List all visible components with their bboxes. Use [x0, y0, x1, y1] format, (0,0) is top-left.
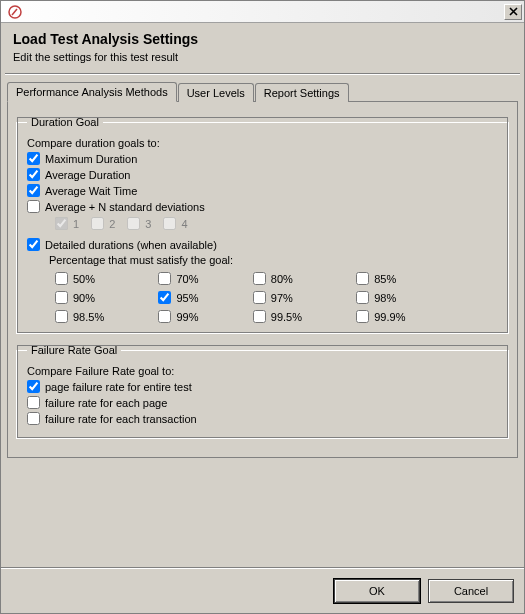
checkbox-98pct[interactable] [356, 291, 369, 304]
label-max-duration: Maximum Duration [45, 153, 137, 165]
checkbox-995pct[interactable] [253, 310, 266, 323]
dialog-title: Load Test Analysis Settings [13, 31, 512, 47]
tab-row: Performance Analysis Methods User Levels… [7, 82, 518, 102]
checkbox-failure-entire[interactable] [27, 380, 40, 393]
close-button[interactable] [504, 4, 522, 20]
failure-compare-label: Compare Failure Rate goal to: [27, 365, 498, 377]
percentage-grid: 50% 70% 80% 85% 90% 95% 97% 98% 98.5% 99… [27, 272, 498, 323]
checkbox-999pct[interactable] [356, 310, 369, 323]
label-failure-entire: page failure rate for entire test [45, 381, 192, 393]
checkbox-detailed-durations[interactable] [27, 238, 40, 251]
checkbox-avg-wait[interactable] [27, 184, 40, 197]
checkbox-max-duration[interactable] [27, 152, 40, 165]
checkbox-95pct[interactable] [158, 291, 171, 304]
tab-report-settings[interactable]: Report Settings [255, 83, 349, 102]
checkbox-80pct[interactable] [253, 272, 266, 285]
checkbox-avg-nstd[interactable] [27, 200, 40, 213]
divider [5, 73, 520, 75]
duration-compare-label: Compare duration goals to: [27, 137, 498, 149]
duration-goal-legend: Duration Goal [27, 116, 103, 128]
dialog-header: Load Test Analysis Settings Edit the set… [1, 23, 524, 73]
checkbox-avg-duration[interactable] [27, 168, 40, 181]
ok-button[interactable]: OK [334, 579, 420, 603]
checkbox-97pct[interactable] [253, 291, 266, 304]
dialog-window: Load Test Analysis Settings Edit the set… [0, 0, 525, 614]
tab-panel: Duration Goal Compare duration goals to:… [7, 101, 518, 458]
checkbox-50pct[interactable] [55, 272, 68, 285]
titlebar [1, 1, 524, 23]
label-avg-duration: Average Duration [45, 169, 130, 181]
failure-rate-legend: Failure Rate Goal [27, 344, 121, 356]
checkbox-std-4 [163, 217, 176, 230]
dialog-footer: OK Cancel [1, 568, 524, 613]
label-failure-each-page: failure rate for each page [45, 397, 167, 409]
checkbox-failure-each-page[interactable] [27, 396, 40, 409]
checkbox-90pct[interactable] [55, 291, 68, 304]
tab-user-levels[interactable]: User Levels [178, 83, 254, 102]
failure-rate-group: Failure Rate Goal Compare Failure Rate g… [16, 344, 509, 439]
app-icon [7, 4, 23, 20]
tabs-container: Performance Analysis Methods User Levels… [1, 81, 524, 458]
checkbox-failure-each-txn[interactable] [27, 412, 40, 425]
tab-performance-analysis[interactable]: Performance Analysis Methods [7, 82, 177, 102]
percentage-label: Percentage that must satisfy the goal: [27, 254, 498, 266]
close-icon [509, 7, 518, 16]
label-avg-wait: Average Wait Time [45, 185, 137, 197]
cancel-button[interactable]: Cancel [428, 579, 514, 603]
checkbox-70pct[interactable] [158, 272, 171, 285]
duration-goal-group: Duration Goal Compare duration goals to:… [16, 116, 509, 334]
std-dev-row: 1 2 3 4 [27, 217, 498, 230]
checkbox-99pct[interactable] [158, 310, 171, 323]
checkbox-std-3 [127, 217, 140, 230]
label-detailed-durations: Detailed durations (when available) [45, 239, 217, 251]
dialog-subtitle: Edit the settings for this test result [13, 51, 512, 63]
checkbox-std-1 [55, 217, 68, 230]
label-failure-each-txn: failure rate for each transaction [45, 413, 197, 425]
label-avg-nstd: Average + N standard deviations [45, 201, 205, 213]
checkbox-985pct[interactable] [55, 310, 68, 323]
checkbox-std-2 [91, 217, 104, 230]
checkbox-85pct[interactable] [356, 272, 369, 285]
